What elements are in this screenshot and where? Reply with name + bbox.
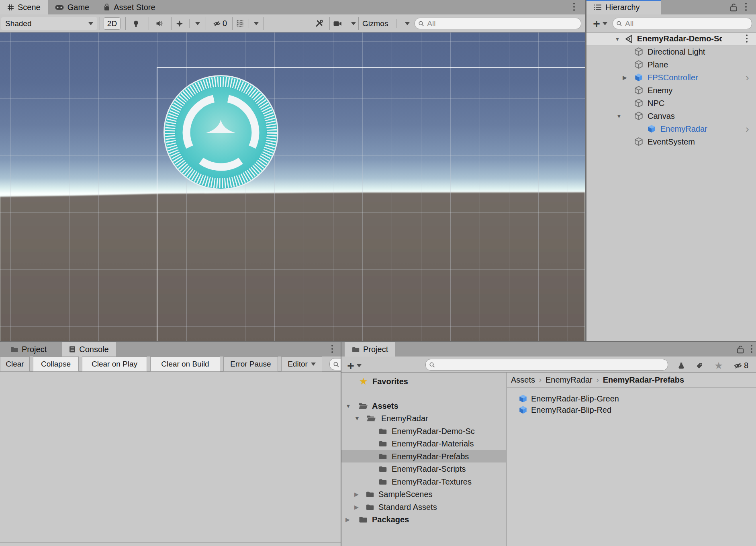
hierarchy-search-field[interactable] [613,18,752,29]
editor-filter-dropdown[interactable]: Editor [281,357,322,372]
tab-console[interactable]: Console [62,342,116,357]
asset-row[interactable]: EnemyRadar-Blip-Green [518,393,619,404]
lock-icon[interactable] [729,3,738,12]
folder-open-icon [358,402,368,410]
tab-asset-store[interactable]: Asset Store [96,0,162,14]
tree-row[interactable]: ▶ Standard Assets [341,501,506,513]
create-object-button[interactable]: + [590,17,610,30]
console-search-field[interactable] [329,358,341,370]
clear-button[interactable]: Clear [0,357,30,372]
scene-search-input[interactable] [426,19,578,29]
tree-row[interactable]: ▼ EnemyRadar [341,412,506,425]
project-tabbar: Project [341,342,756,357]
chevron-down-icon [603,22,607,25]
expand-arrow[interactable]: ▶ [623,74,627,81]
project-panel: Project + [341,342,756,546]
tree-row[interactable]: EnemyRadar-Materials [341,438,506,450]
favorites-filter-button[interactable]: ★ [711,359,726,372]
tab-project[interactable]: Project [345,342,395,357]
scene-search-field[interactable] [415,18,581,29]
separator [206,17,206,30]
console-log-area[interactable] [0,372,341,543]
tree-row[interactable]: EnemyRadar-Textures [341,475,506,488]
tab-hierarchy-label: Hierarchy [605,3,640,12]
hierarchy-menu-icon[interactable] [742,3,750,11]
separator [125,17,126,30]
tree-row-selected[interactable]: EnemyRadar-Prefabs [341,450,506,462]
tree-row[interactable]: ▼ Assets [341,399,506,412]
clear-on-play-button[interactable]: Clear on Play [82,357,147,372]
collapse-arrow[interactable]: ▼ [345,403,351,409]
tab-scene-label: Scene [18,3,41,12]
tree-row[interactable]: ▶ Packages [341,513,506,526]
scene-grid-icon [7,4,14,11]
tree-row[interactable]: EnemyRadar-Scripts [341,463,506,475]
console-menu-icon[interactable] [328,345,337,353]
custom-tools-button[interactable] [312,17,326,30]
project-search-field[interactable] [425,359,668,371]
expand-arrow[interactable]: ▶ [354,504,359,510]
object-label: EnemyRadar [660,124,707,134]
lighting-toggle-button[interactable] [129,17,143,30]
clear-on-build-button[interactable]: Clear on Build [150,357,220,372]
grid-visibility-dropdown[interactable] [235,17,260,30]
hierarchy-row[interactable]: Enemy [586,84,756,97]
scene-panel-menu-icon[interactable] [570,3,578,11]
breadcrumb-item[interactable]: Assets [511,375,535,385]
hierarchy-row[interactable]: EnemyRadar › [586,122,756,135]
scene-menu-icon[interactable] [742,35,751,43]
project-menu-icon[interactable] [747,345,756,353]
scene-header-row[interactable]: ▼ EnemyRadar-Demo-Scene [586,33,756,45]
error-pause-button[interactable]: Error Pause [223,357,278,372]
package-visibility-button[interactable] [674,359,689,372]
speaker-icon [155,20,163,27]
create-asset-button[interactable]: + [344,359,364,372]
tag-icon [696,362,703,369]
tree-row[interactable]: ▶ SampleScenes [341,488,506,501]
project-search-input[interactable] [437,360,664,370]
search-icon [418,20,424,26]
asset-row[interactable]: EnemyRadar-Blip-Red [518,404,611,416]
audio-toggle-button[interactable] [151,17,167,30]
scene-tabbar: Scene Game Asset Store [0,0,585,14]
chevron-down-icon [254,22,259,25]
scene-viewport[interactable] [0,33,585,342]
expand-arrow[interactable]: ▶ [354,491,359,497]
console-toolbar: Clear Collapse Clear on Play Clear on Bu… [0,357,341,372]
button-label: Clear on Play [92,360,137,369]
camera-dropdown-button[interactable] [333,17,356,30]
2d-toggle-button[interactable]: 2D [104,17,121,30]
gizmos-dropdown[interactable]: Gizmos [361,17,411,30]
expand-arrow[interactable]: ▶ [345,516,350,523]
breadcrumb-item[interactable]: EnemyRadar [546,375,593,385]
collapse-button[interactable]: Collapse [33,357,79,372]
label-filter-button[interactable] [691,359,707,372]
tab-hierarchy[interactable]: Hierarchy [586,0,661,14]
favorites-row[interactable]: ★ Favorites [341,375,506,387]
hierarchy-row[interactable]: Plane [586,58,756,71]
tab-scene[interactable]: Scene [0,0,48,14]
hierarchy-row[interactable]: EventSystem [586,135,756,148]
cube-icon [634,111,644,121]
effects-dropdown-button[interactable] [174,17,202,30]
tree-row[interactable]: EnemyRadar-Demo-Scene [341,425,506,437]
lock-icon[interactable] [736,345,744,354]
shading-mode-dropdown[interactable]: Shaded [1,17,97,30]
hierarchy-search-input[interactable] [624,19,748,29]
hidden-assets-button[interactable]: 8 [729,359,754,372]
chevron-down-icon [405,22,410,25]
hierarchy-row[interactable]: ▶ FPSController › [586,71,756,84]
tab-game[interactable]: Game [48,0,96,14]
folder-icon [378,466,387,472]
hierarchy-row[interactable]: Directional Light [586,45,756,58]
search-icon [429,362,435,368]
hidden-objects-button[interactable]: 0 [210,17,231,30]
separator [264,17,264,30]
hierarchy-row[interactable]: ▼ Canvas [586,110,756,122]
collapse-arrow[interactable]: ▼ [354,415,360,422]
collapse-arrow[interactable]: ▼ [616,113,622,119]
collapse-arrow[interactable]: ▼ [615,36,620,42]
hierarchy-row[interactable]: NPC [586,97,756,110]
breadcrumb-item-current[interactable]: EnemyRadar-Prefabs [603,375,684,385]
tab-project-left[interactable]: Project [3,342,54,357]
